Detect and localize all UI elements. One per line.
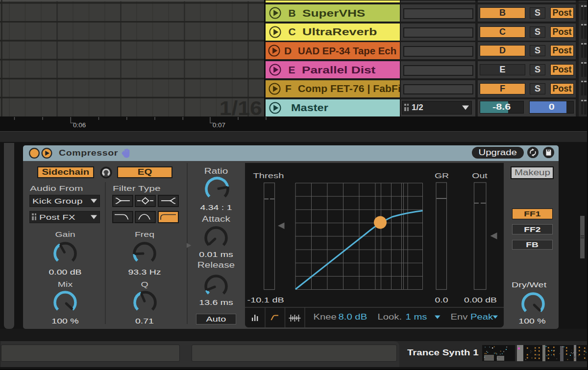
svg-text:0.00 dB: 0.00 dB — [464, 296, 496, 304]
svg-text:Look.: Look. — [377, 312, 402, 321]
svg-text:0.0: 0.0 — [435, 296, 448, 304]
svg-text:Out: Out — [472, 171, 488, 180]
svg-text:Thresh: Thresh — [253, 171, 284, 180]
svg-text:GR: GR — [434, 171, 448, 180]
svg-text:1/16: 1/16 — [220, 97, 262, 116]
svg-text:Env: Env — [450, 312, 468, 321]
svg-text:-10.1 dB: -10.1 dB — [247, 296, 284, 304]
svg-text:8.0 dB: 8.0 dB — [338, 312, 367, 321]
svg-text:Peak: Peak — [470, 312, 493, 321]
svg-text:1 ms: 1 ms — [405, 312, 427, 321]
svg-text:Knee: Knee — [313, 312, 336, 321]
svg-text:0:07: 0:07 — [213, 121, 225, 129]
svg-text:0:06: 0:06 — [73, 121, 86, 129]
